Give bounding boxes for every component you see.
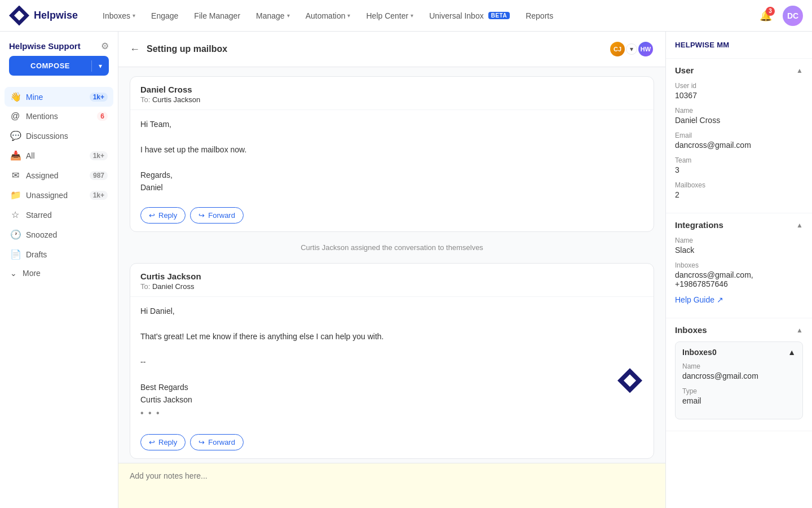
rp-label-inbox-type: Type <box>682 387 796 395</box>
rp-label-inbox-name: Name <box>682 362 796 370</box>
rp-section-integrations-header[interactable]: Integrations ▲ <box>666 213 812 237</box>
compose-dropdown-icon[interactable]: ▾ <box>92 56 109 76</box>
nav-item-help-center[interactable]: Help Center ▾ <box>359 8 420 24</box>
sidebar-header: Helpwise Support ⚙ <box>0 32 118 56</box>
inboxes-item-0-content: Name dancross@gmail.com Type email <box>676 362 802 419</box>
message-to-value-2: Daniel Cross <box>152 282 194 291</box>
rp-field-email: Email dancross@gmail.com <box>675 132 803 150</box>
rp-value-inbox-type: email <box>682 396 796 405</box>
forward-icon: ↪ <box>198 438 205 446</box>
nav-item-manage[interactable]: Manage ▾ <box>249 8 297 24</box>
sidebar-item-label: All <box>26 151 84 160</box>
sidebar-item-drafts[interactable]: 📄 Drafts <box>5 244 113 264</box>
avatar-group: CJ ▾ <box>609 41 637 58</box>
back-button[interactable]: ← <box>130 43 140 55</box>
right-panel-header: HELPWISE MM <box>666 32 812 59</box>
rp-integrations-content: Name Slack Inboxes dancross@gmail.com, +… <box>666 237 812 318</box>
rp-section-user: User ▲ User id 10367 Name Daniel Cross E… <box>666 59 812 213</box>
rp-field-userid: User id 10367 <box>675 82 803 100</box>
rp-label-userid: User id <box>675 82 803 90</box>
nav-item-universal-inbox[interactable]: Universal Inbox BETA <box>422 8 517 24</box>
sidebar-item-count: 987 <box>90 171 108 180</box>
reply-icon: ↩ <box>149 211 155 220</box>
chevron-down-icon: ▾ <box>347 12 350 19</box>
nav-item-inboxes[interactable]: Inboxes ▾ <box>96 8 142 24</box>
clock-icon: 🕐 <box>10 229 20 240</box>
rp-value-name: Daniel Cross <box>675 116 803 125</box>
sidebar-item-count: 6 <box>97 112 108 121</box>
more-label: More <box>23 269 41 278</box>
rp-value-userid: 10367 <box>675 91 803 100</box>
rp-label-mailboxes: Mailboxes <box>675 181 803 189</box>
settings-icon[interactable]: ⚙ <box>101 41 109 51</box>
sidebar-item-assigned[interactable]: ✉ Assigned 987 <box>5 165 113 185</box>
collapse-icon: ▲ <box>796 221 803 229</box>
help-guide-link[interactable]: Help Guide ↗ <box>675 295 803 304</box>
sidebar-item-label: Starred <box>26 211 108 220</box>
nav-item-engage[interactable]: Engage <box>144 8 185 24</box>
rp-field-team: Team 3 <box>675 156 803 174</box>
user-avatar[interactable]: DC <box>783 6 803 26</box>
rp-field-mailboxes: Mailboxes 2 <box>675 181 803 199</box>
beta-badge: BETA <box>488 12 510 19</box>
nav-items: Inboxes ▾ Engage File Manager Manage ▾ A… <box>96 8 756 24</box>
rp-section-user-header[interactable]: User ▲ <box>666 59 812 82</box>
sidebar-item-more[interactable]: ⌄ More <box>5 264 113 282</box>
chevron-down-icon: ▾ <box>411 12 413 19</box>
sidebar-item-snoozed[interactable]: 🕐 Snoozed <box>5 225 113 244</box>
rp-value-team: 3 <box>675 165 803 174</box>
sidebar-item-count: 1k+ <box>90 191 108 200</box>
sidebar-item-starred[interactable]: ☆ Starred <box>5 205 113 225</box>
compose-label: COMPOSE <box>9 56 91 76</box>
message-header-1: Daniel Cross To: Curtis Jackson <box>130 77 654 110</box>
avatar-dropdown-button[interactable]: ▾ <box>626 43 637 55</box>
mentions-icon: @ <box>10 111 20 121</box>
sidebar-item-mentions[interactable]: @ Mentions 6 <box>5 107 113 126</box>
sidebar-title: Helpwise Support <box>9 41 81 51</box>
rp-section-inboxes-header[interactable]: Inboxes ▲ <box>666 318 812 341</box>
rp-field-name: Name Daniel Cross <box>675 107 803 125</box>
sidebar-item-all[interactable]: 📥 All 1k+ <box>5 146 113 165</box>
rp-section-integrations: Integrations ▲ Name Slack Inboxes dancro… <box>666 213 812 318</box>
reply-icon: ↩ <box>149 438 155 446</box>
forward-button-1[interactable]: ↪ Forward <box>190 207 244 224</box>
chevron-down-icon: ▾ <box>287 12 290 19</box>
inboxes-item-0: Inboxes0 ▲ Name dancross@gmail.com Type … <box>675 341 803 419</box>
sidebar-item-label: Snoozed <box>26 230 108 239</box>
sidebar-item-label: Assigned <box>26 171 84 180</box>
reply-button-1[interactable]: ↩ Reply <box>140 207 186 224</box>
reply-button-2[interactable]: ↩ Reply <box>140 434 186 450</box>
doc-icon: 📄 <box>10 249 20 260</box>
sidebar-item-unassigned[interactable]: 📁 Unassigned 1k+ <box>5 185 113 205</box>
assignee-avatar-1[interactable]: CJ <box>609 41 626 58</box>
message-sender-2: Curtis Jackson <box>140 271 643 281</box>
rp-section-integrations-title: Integrations <box>675 220 723 230</box>
external-link-icon: ↗ <box>717 295 723 304</box>
rp-value-email: dancross@gmail.com <box>675 141 803 150</box>
conversation-header: ← Setting up mailbox CJ ▾ HW <box>118 32 665 67</box>
rp-field-int-inboxes: Inboxes dancross@gmail.com, +19867857646 <box>675 261 803 288</box>
conversation-title: Setting up mailbox <box>147 44 602 54</box>
rp-section-user-title: User <box>675 65 694 75</box>
sidebar-item-mine[interactable]: 👋 Mine 1k+ <box>5 87 113 107</box>
logo[interactable]: Helpwise <box>9 6 78 26</box>
sidebar-item-label: Drafts <box>26 250 108 259</box>
notification-button[interactable]: 🔔 3 <box>756 6 776 26</box>
message-footer-2: ↩ Reply ↪ Forward <box>130 428 654 458</box>
rp-label-int-inboxes: Inboxes <box>675 261 803 269</box>
inboxes-item-0-header[interactable]: Inboxes0 ▲ <box>676 342 802 362</box>
rp-label-name: Name <box>675 107 803 115</box>
forward-button-2[interactable]: ↪ Forward <box>190 434 244 450</box>
sidebar-item-discussions[interactable]: 💬 Discussions <box>5 126 113 146</box>
hand-icon: 👋 <box>10 91 20 102</box>
nav-item-file-manager[interactable]: File Manager <box>187 8 247 24</box>
compose-button[interactable]: COMPOSE ▾ <box>9 56 109 76</box>
notes-input[interactable] <box>130 471 654 498</box>
nav-item-automation[interactable]: Automation ▾ <box>299 8 358 24</box>
assignee-avatar-2[interactable]: HW <box>637 41 654 58</box>
sidebar-item-label: Mine <box>26 93 84 102</box>
rp-label-email: Email <box>675 132 803 139</box>
nav-item-reports[interactable]: Reports <box>519 8 560 24</box>
sidebar-nav: 👋 Mine 1k+ @ Mentions 6 💬 Discussions 📥 … <box>0 85 118 508</box>
chevron-down-icon: ⌄ <box>10 269 17 278</box>
